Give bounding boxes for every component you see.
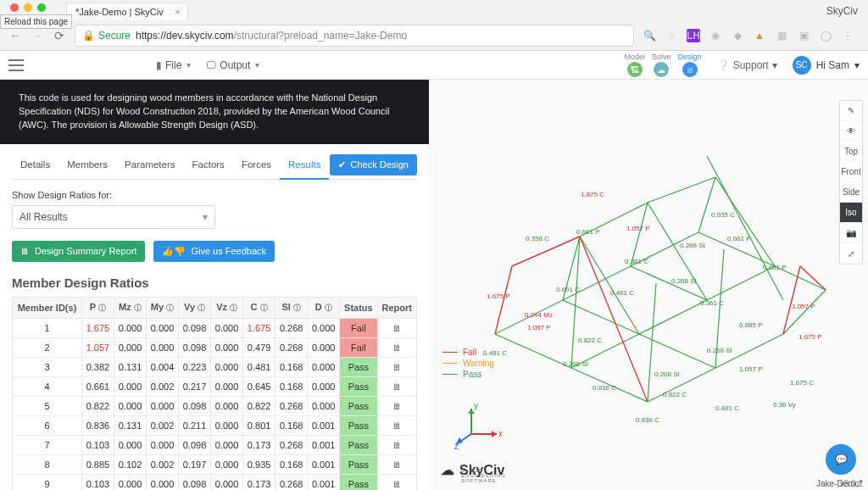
report-icon[interactable]: 🗎 (392, 440, 402, 450)
table-row: 21.0570.0000.0000.0980.0000.4790.2680.00… (13, 337, 417, 357)
back-icon[interactable]: ← (8, 29, 22, 42)
skyciv-logo: ☁ SkyCiv CLOUD ENGINEERING SOFTWARE (441, 462, 504, 478)
report-icon[interactable]: 🗎 (392, 323, 402, 333)
svg-text:0.822 C: 0.822 C (578, 337, 602, 344)
ext-icon[interactable]: ◯ (819, 29, 832, 42)
left-panel: This code is used for designing wood mem… (0, 80, 429, 490)
svg-text:0.885 P: 0.885 P (739, 321, 763, 329)
ext-icon[interactable]: ◉ (709, 29, 722, 42)
code-description: This code is used for designing wood mem… (0, 80, 429, 144)
svg-text:0.935 C: 0.935 C (711, 211, 735, 219)
reload-tooltip: Reload this page (0, 14, 72, 29)
design-summary-button[interactable]: 🗎 Design Summary Report (12, 241, 145, 262)
tab-parameters[interactable]: Parameters (116, 151, 183, 178)
cloud-icon: ☁ (441, 462, 454, 478)
star-icon[interactable]: ☆ (665, 29, 678, 42)
svg-text:0.822 C: 0.822 C (663, 391, 687, 398)
search-omnibox-icon[interactable]: 🔍 (643, 29, 656, 42)
svg-text:1.057 P: 1.057 P (739, 365, 763, 373)
ratio-filter-dropdown[interactable]: All Results (12, 205, 215, 229)
feedback-button[interactable]: 👍👎 Give us Feedback (153, 241, 275, 262)
chrome-profile: SkyCiv (826, 5, 858, 17)
col-header: Sl ⓘ (275, 297, 308, 318)
window-controls (2, 3, 54, 12)
svg-text:x: x (498, 429, 503, 438)
output-menu[interactable]: Output (206, 59, 259, 71)
forward-icon[interactable]: → (31, 29, 44, 42)
svg-text:z: z (454, 442, 459, 451)
col-header: D ⓘ (308, 297, 340, 318)
support-menu[interactable]: ❔ Support ▾ (717, 59, 777, 71)
tab-members[interactable]: Members (58, 151, 116, 178)
svg-text:0.836 C: 0.836 C (636, 416, 659, 424)
svg-line-21 (648, 203, 707, 300)
browser-tab[interactable]: *Jake-Demo | SkyCiv × (66, 3, 188, 20)
ext-icon[interactable]: ◆ (731, 29, 744, 42)
svg-text:0.268 Sl: 0.268 Sl (654, 370, 680, 378)
report-icon[interactable]: 🗎 (392, 342, 402, 353)
svg-line-31 (800, 266, 826, 290)
col-header: Mz ⓘ (114, 297, 146, 318)
svg-text:0.361 C: 0.361 C (625, 258, 648, 265)
camera-icon[interactable]: 📷 (840, 223, 862, 243)
svg-text:0.651 C: 0.651 C (556, 286, 580, 293)
table-title: Member Design Ratios (12, 276, 417, 290)
phase-model[interactable]: Model🏗 (625, 53, 646, 77)
chrome-menu-icon[interactable]: ⋮ (841, 29, 854, 42)
eye-icon[interactable]: 👁 (840, 121, 862, 142)
viewport-3d[interactable]: ✎👁TopFrontSideIso📷⤢ (429, 80, 868, 490)
table-row: 30.3820.1310.0040.2230.0000.4810.1680.00… (13, 357, 417, 376)
svg-text:y: y (474, 401, 478, 410)
svg-line-12 (639, 300, 707, 334)
address-bar[interactable]: 🔒 Secure https://dev.skyciv.com/structur… (75, 25, 634, 47)
tab-factors[interactable]: Factors (184, 151, 233, 178)
svg-text:0.481 C: 0.481 C (610, 289, 634, 297)
table-row: 90.1030.0000.0000.0980.0000.1730.2680.00… (13, 474, 417, 490)
svg-text:1.057 P: 1.057 P (792, 303, 815, 310)
report-icon[interactable]: 🗎 (392, 420, 402, 431)
report-icon[interactable]: 🗎 (392, 459, 402, 470)
file-menu[interactable]: File (156, 59, 191, 71)
col-header: P ⓘ (81, 297, 114, 318)
col-header: My ⓘ (147, 297, 179, 318)
svg-line-16 (783, 290, 826, 334)
table-row: 70.1030.0000.0000.0980.0000.1730.2680.00… (13, 435, 417, 454)
svg-text:0.361 C: 0.361 C (700, 299, 724, 307)
view-front[interactable]: Front (840, 162, 862, 182)
ext-lh-icon[interactable]: LH (687, 29, 700, 42)
pencil-icon[interactable]: ✎ (840, 101, 862, 121)
check-design-button[interactable]: ✔ Check Design (330, 154, 417, 175)
user-menu[interactable]: SC Hi Sam ▾ (793, 56, 860, 75)
svg-line-27 (648, 177, 715, 203)
view-top[interactable]: Top (840, 142, 862, 162)
ext-icon[interactable]: ▦ (775, 29, 788, 42)
view-side[interactable]: Side (840, 182, 862, 203)
reload-icon[interactable]: ⟳ (53, 29, 66, 42)
fullscreen-icon[interactable]: ⤢ (840, 243, 862, 264)
phase-solve[interactable]: Solve☁ (652, 53, 671, 77)
view-iso[interactable]: Iso (840, 203, 862, 223)
intercom-button[interactable]: 💬 (826, 444, 856, 475)
svg-text:0.36 Vy: 0.36 Vy (773, 401, 796, 409)
report-icon[interactable]: 🗎 (392, 401, 402, 411)
tab-forces[interactable]: Forces (233, 151, 280, 178)
close-icon[interactable]: × (175, 7, 180, 17)
tab-results[interactable]: Results (280, 151, 329, 180)
app-bar: File Output Model🏗 Solve☁ Design⎚ ❔ Supp… (0, 51, 868, 80)
svg-text:0.661 P: 0.661 P (576, 228, 600, 236)
legend: Fail Warning Pass (442, 348, 494, 381)
report-icon[interactable]: 🗎 (392, 362, 402, 372)
svg-text:0.358 C: 0.358 C (526, 235, 549, 242)
ext-icon[interactable]: ▲ (753, 29, 766, 42)
svg-text:0.244 Mz: 0.244 Mz (525, 311, 553, 319)
table-row: 11.6750.0000.0000.0980.0001.6750.2680.00… (13, 318, 417, 337)
phase-design[interactable]: Design⎚ (678, 53, 702, 77)
report-icon[interactable]: 🗎 (392, 381, 402, 392)
svg-text:0.268 Sl: 0.268 Sl (680, 242, 705, 249)
ext-icon[interactable]: ▣ (797, 29, 810, 42)
hamburger-icon[interactable] (8, 59, 24, 71)
table-row: 80.8850.1020.0020.1970.0000.9350.1680.00… (13, 454, 417, 474)
tab-details[interactable]: Details (12, 151, 58, 178)
design-tabs: Details Members Parameters Factors Force… (12, 151, 417, 180)
report-icon[interactable]: 🗎 (392, 479, 402, 489)
